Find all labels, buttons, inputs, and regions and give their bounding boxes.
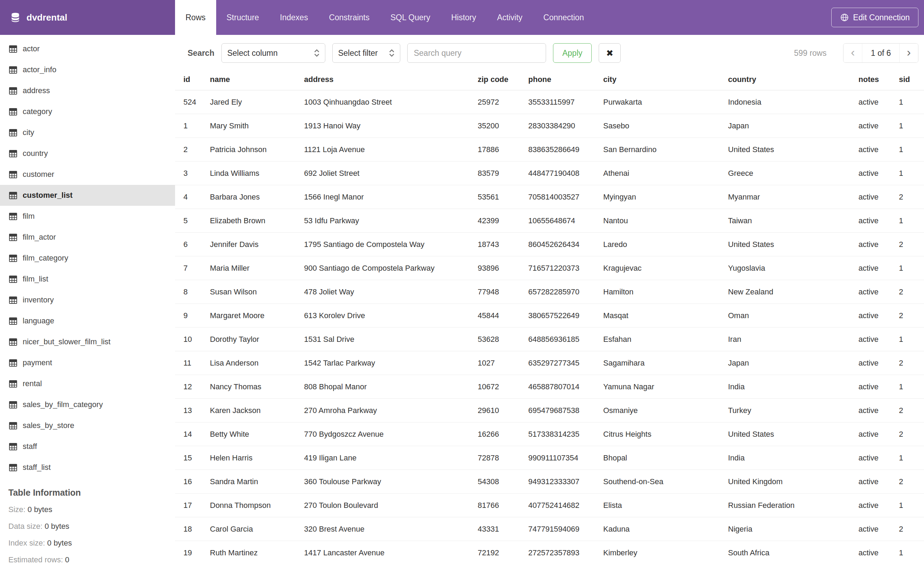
table-row[interactable]: 13Karen Jackson270 Amroha Parkway2961069…: [175, 399, 924, 422]
cell-sid: 2: [896, 185, 924, 209]
cell-zip-code: 17886: [474, 138, 525, 162]
cell-sid: 1: [896, 446, 924, 470]
sidebar-item-sales-by-film-category[interactable]: sales_by_film_category: [0, 394, 175, 415]
table-name: sales_by_film_category: [22, 400, 103, 409]
tab-constraints[interactable]: Constraints: [318, 0, 380, 35]
column-header-zip-code[interactable]: zip code: [474, 70, 525, 90]
cell-zip-code: 10672: [474, 375, 525, 399]
sidebar-item-rental[interactable]: rental: [0, 373, 175, 394]
cell-name: Maria Miller: [206, 257, 300, 280]
table-name: payment: [22, 358, 52, 367]
search-query-input[interactable]: [407, 43, 546, 63]
column-header-phone[interactable]: phone: [525, 70, 600, 90]
sidebar-item-payment[interactable]: payment: [0, 352, 175, 373]
previous-page-button[interactable]: ‹: [843, 44, 862, 62]
table-row[interactable]: 12Nancy Thomas808 Bhopal Manor1067246588…: [175, 375, 924, 399]
table-row[interactable]: 15Helen Harris419 Iligan Lane72878990911…: [175, 446, 924, 470]
cell-id: 18: [175, 517, 206, 541]
cell-name: Lisa Anderson: [206, 351, 300, 375]
sidebar-item-staff[interactable]: staff: [0, 436, 175, 457]
column-select[interactable]: Select column: [221, 43, 326, 63]
sidebar-item-film-category[interactable]: film_category: [0, 248, 175, 269]
cell-notes: active: [855, 422, 896, 446]
cell-phone: 860452626434: [525, 233, 600, 257]
tab-connection[interactable]: Connection: [533, 0, 594, 35]
cell-notes: active: [855, 375, 896, 399]
main-content: Search Select column Select filter: [175, 35, 924, 563]
sidebar-item-language[interactable]: language: [0, 311, 175, 331]
sidebar-item-address[interactable]: address: [0, 80, 175, 101]
sidebar-item-customer[interactable]: customer: [0, 164, 175, 185]
table-row[interactable]: 16Sandra Martin360 Toulouse Parkway54308…: [175, 470, 924, 494]
cell-zip-code: 72878: [474, 446, 525, 470]
table-row[interactable]: 8Susan Wilson478 Joliet Way7794865728228…: [175, 280, 924, 304]
edit-connection-button[interactable]: Edit Connection: [831, 8, 918, 27]
sidebar-item-country[interactable]: country: [0, 143, 175, 164]
cell-phone: 695479687538: [525, 399, 600, 422]
tab-rows[interactable]: Rows: [175, 0, 216, 35]
column-header-notes[interactable]: notes: [855, 70, 896, 90]
apply-button[interactable]: Apply: [553, 43, 592, 63]
table-row[interactable]: 6Jennifer Davis1795 Santiago de Composte…: [175, 233, 924, 257]
table-name: category: [22, 107, 52, 116]
cell-notes: active: [855, 280, 896, 304]
sidebar-item-film-list[interactable]: film_list: [0, 269, 175, 290]
table-row[interactable]: 17Donna Thompson270 Toulon Boulevard8176…: [175, 494, 924, 517]
column-header-id[interactable]: id: [175, 70, 206, 90]
table-row[interactable]: 14Betty White770 Bydgoszcz Avenue1626651…: [175, 422, 924, 446]
tab-indexes[interactable]: Indexes: [270, 0, 319, 35]
table-row[interactable]: 524Jared Ely1003 Qinhuangdao Street25972…: [175, 90, 924, 114]
table-row[interactable]: 7Maria Miller900 Santiago de Compostela …: [175, 257, 924, 280]
sidebar-item-film[interactable]: film: [0, 206, 175, 227]
column-header-address[interactable]: address: [300, 70, 474, 90]
cell-name: Jennifer Davis: [206, 233, 300, 257]
column-header-name[interactable]: name: [206, 70, 300, 90]
cell-id: 8: [175, 280, 206, 304]
table-grid-icon: [9, 338, 17, 346]
table-row[interactable]: 19Ruth Martinez1417 Lancaster Avenue7219…: [175, 541, 924, 563]
sidebar-item-city[interactable]: city: [0, 122, 175, 143]
chevron-left-icon: ‹: [851, 45, 855, 59]
clear-search-button[interactable]: ✖: [598, 43, 621, 63]
filter-select[interactable]: Select filter: [332, 43, 400, 63]
sidebar-item-nicer-but-slower-film-list[interactable]: nicer_but_slower_film_list: [0, 331, 175, 352]
sidebar-item-customer-list[interactable]: customer_list: [0, 185, 175, 206]
table-header-row: idnameaddresszip codephonecitycountrynot…: [175, 70, 924, 90]
cell-phone: 949312333307: [525, 470, 600, 494]
cell-notes: active: [855, 470, 896, 494]
tab-activity[interactable]: Activity: [487, 0, 533, 35]
table-row[interactable]: 10Dorothy Taylor1531 Sal Drive5362864885…: [175, 327, 924, 351]
table-row[interactable]: 2Patricia Johnson1121 Loja Avenue1788683…: [175, 138, 924, 162]
column-header-country[interactable]: country: [724, 70, 855, 90]
table-row[interactable]: 18Carol Garcia320 Brest Avenue4333174779…: [175, 517, 924, 541]
cell-notes: active: [855, 114, 896, 138]
cell-phone: 28303384290: [525, 114, 600, 138]
cell-phone: 272572357893: [525, 541, 600, 563]
cell-city: Kaduna: [600, 517, 724, 541]
column-header-city[interactable]: city: [600, 70, 724, 90]
cell-name: Patricia Johnson: [206, 138, 300, 162]
column-header-sid[interactable]: sid: [896, 70, 924, 90]
tab-structure[interactable]: Structure: [216, 0, 270, 35]
sidebar-item-staff-list[interactable]: staff_list: [0, 457, 175, 478]
sidebar-item-category[interactable]: category: [0, 101, 175, 122]
sidebar-item-sales-by-store[interactable]: sales_by_store: [0, 415, 175, 436]
table-row[interactable]: 5Elizabeth Brown53 Idfu Parkway423991065…: [175, 209, 924, 233]
tab-sql-query[interactable]: SQL Query: [380, 0, 441, 35]
tab-history[interactable]: History: [441, 0, 487, 35]
table-row[interactable]: 11Lisa Anderson1542 Tarlac Parkway102763…: [175, 351, 924, 375]
sidebar-item-inventory[interactable]: inventory: [0, 290, 175, 311]
pagination: ‹ 1 of 6 ›: [843, 43, 918, 63]
cell-id: 524: [175, 90, 206, 114]
table-row[interactable]: 3Linda Williams692 Joliet Street83579448…: [175, 162, 924, 185]
sidebar-item-film-actor[interactable]: film_actor: [0, 227, 175, 248]
sidebar-item-actor[interactable]: actor: [0, 38, 175, 59]
next-page-button[interactable]: ›: [899, 44, 918, 62]
table-row[interactable]: 4Barbara Jones1566 Inegl Manor5356170581…: [175, 185, 924, 209]
cell-sid: 2: [896, 470, 924, 494]
table-grid-icon: [9, 276, 17, 283]
table-row[interactable]: 1Mary Smith1913 Hanoi Way352002830338429…: [175, 114, 924, 138]
table-row[interactable]: 9Margaret Moore613 Korolev Drive45844380…: [175, 304, 924, 327]
sidebar-item-actor-info[interactable]: actor_info: [0, 59, 175, 80]
table-name: language: [22, 316, 54, 326]
